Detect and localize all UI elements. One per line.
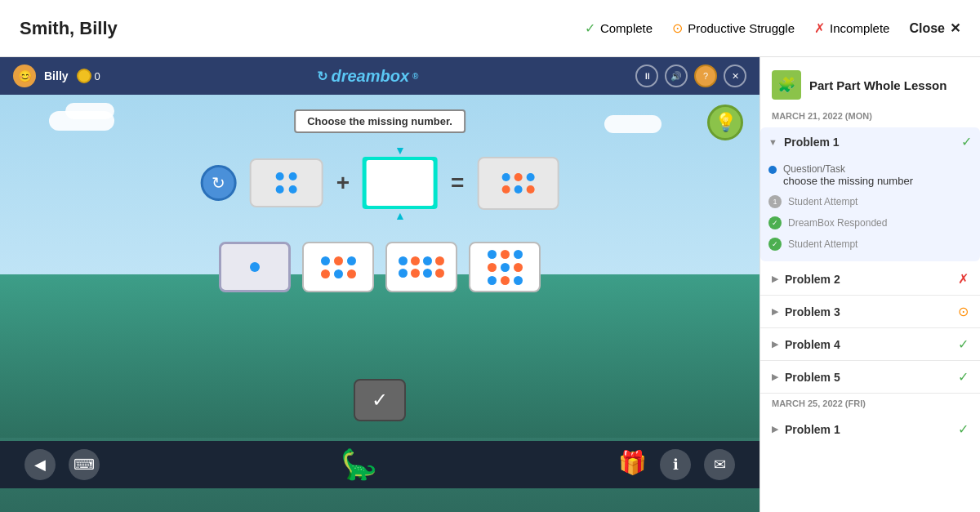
divider-4 [760, 360, 980, 361]
dot [423, 256, 432, 265]
result-domino [477, 157, 559, 210]
close-game-button[interactable]: ✕ [724, 65, 746, 87]
dot [501, 263, 510, 272]
dot [276, 185, 284, 194]
dot [435, 256, 444, 265]
info-button[interactable]: ℹ [660, 449, 691, 480]
task-label: Question/Task [783, 163, 913, 175]
dot [435, 269, 444, 278]
attempt-1-row: 1 Student Attempt [768, 191, 972, 212]
divider-3 [760, 327, 980, 328]
keyboard-button[interactable]: ⌨ [69, 449, 100, 480]
equation-area: ↻ + ▼ [201, 144, 559, 222]
problem-1-label: Problem 1 [784, 136, 840, 149]
plus-operator: + [336, 170, 350, 196]
result-dots [495, 167, 541, 200]
status-complete: ✓ Complete [585, 20, 653, 36]
problem-6-row[interactable]: ▶ Problem 1 ✓ [760, 415, 980, 443]
dot [501, 185, 510, 194]
refresh-button[interactable]: ↻ [201, 165, 237, 201]
problem-5-label: Problem 5 [785, 371, 840, 384]
collapse-arrow: ▼ [768, 137, 777, 147]
avatar: 😊 [13, 65, 36, 87]
choice-1[interactable] [219, 242, 291, 292]
question-task-item: Question/Task choose the missing number [768, 159, 972, 191]
problem-3-left: ▶ Problem 3 [772, 305, 840, 318]
choice-2[interactable] [302, 242, 374, 292]
close-button[interactable]: Close ✕ [909, 20, 960, 36]
status-complete-label: Complete [600, 21, 653, 35]
question-text: Choose the missing number. [307, 115, 452, 127]
lightbulb-button[interactable]: 💡 [707, 105, 743, 140]
dot [526, 173, 534, 181]
message-button[interactable]: ✉ [704, 449, 735, 480]
choice-4[interactable] [469, 242, 541, 292]
active-slot[interactable] [363, 157, 438, 209]
active-slot-inner [367, 160, 434, 206]
attempt-1-num: 1 [768, 195, 782, 208]
game-controls: ⏸ 🔊 ? ✕ [635, 65, 746, 87]
coin-count: 0 [95, 70, 100, 82]
coin-area: 0 [77, 69, 100, 83]
back-button[interactable]: ◀ [24, 449, 56, 480]
dot [423, 269, 432, 278]
game-area: 😊 Billy 0 ↻ dreambox ® ⏸ 🔊 ? ✕ [0, 57, 760, 512]
dreambox-label: DreamBox Responded [788, 217, 887, 229]
problem-2-label: Problem 2 [785, 273, 840, 286]
close-x-icon: ✕ [950, 20, 960, 36]
student-name: Smith, Billy [20, 18, 118, 39]
dreambox-logo: ↻ dreambox ® [317, 67, 418, 86]
dot [399, 269, 408, 278]
submit-button[interactable]: ✓ [354, 379, 406, 421]
dot [514, 185, 522, 194]
status-productive-label: Productive Struggle [688, 21, 795, 35]
choice-3-dots [392, 250, 451, 284]
problem-1-status: ✓ [961, 134, 972, 149]
dinosaur-mascot: 🦕 [341, 447, 377, 482]
problem-1-sub-items: Question/Task choose the missing number … [760, 156, 980, 261]
problem-3-status: ⊙ [958, 304, 969, 319]
problem-2-row[interactable]: ▶ Problem 2 ✗ [760, 265, 980, 293]
toolbar-center: 🦕 [341, 447, 377, 482]
problem-6-label: Problem 1 [785, 423, 840, 436]
dreambox-num: ✓ [768, 216, 782, 229]
problem-5-status: ✓ [958, 369, 969, 385]
problem-1-row[interactable]: ▼ Problem 1 ✓ [760, 127, 980, 156]
x-icon: ✗ [814, 20, 825, 36]
dot [488, 276, 497, 285]
problem-3-label: Problem 3 [785, 305, 840, 318]
question-box: Choose the missing number. [294, 109, 466, 133]
problem-3-row[interactable]: ▶ Problem 3 ⊙ [760, 297, 980, 326]
dot [276, 172, 284, 180]
problem-6-left: ▶ Problem 1 [772, 423, 840, 436]
dot [334, 256, 343, 265]
divider-5 [760, 393, 980, 394]
choice-2-dots [313, 248, 364, 287]
equals-operator: = [451, 170, 464, 196]
app-header: Smith, Billy ✓ Complete ⊙ Productive Str… [0, 0, 980, 57]
sound-button[interactable]: 🔊 [665, 65, 688, 87]
dot [411, 256, 420, 265]
main-content: 😊 Billy 0 ↻ dreambox ® ⏸ 🔊 ? ✕ [0, 57, 980, 512]
dot [250, 262, 260, 272]
attempt-2-label: Student Attempt [788, 238, 858, 250]
coin-icon [77, 69, 91, 83]
problem-5-row[interactable]: ▶ Problem 5 ✓ [760, 363, 980, 391]
expand-arrow-6: ▶ [772, 424, 778, 434]
problem-6-status: ✓ [958, 421, 969, 437]
choice-3[interactable] [385, 242, 457, 292]
gift-icon: 🎁 [618, 449, 647, 480]
expand-arrow-3: ▶ [772, 306, 778, 317]
dot [289, 185, 297, 194]
dot [488, 263, 497, 272]
game-toolbar: ◀ ⌨ 🦕 🎁 ℹ ✉ [0, 441, 760, 488]
dot [289, 172, 297, 180]
pause-button[interactable]: ⏸ [635, 65, 658, 87]
help-button[interactable]: ? [694, 65, 717, 87]
lesson-thumbnail: 🧩 [772, 70, 801, 100]
choice-1-dots [242, 254, 268, 280]
attempt-1-label: Student Attempt [788, 196, 858, 207]
circle-warn-icon: ⊙ [672, 20, 683, 36]
date-label-1: MARCH 21, 2022 (MON) [760, 108, 980, 127]
problem-4-row[interactable]: ▶ Problem 4 ✓ [760, 330, 980, 358]
